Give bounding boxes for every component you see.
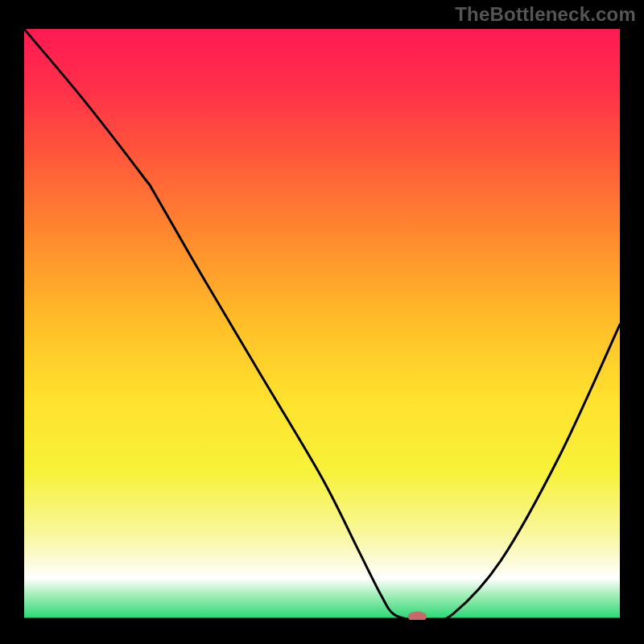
plot-area: [24, 29, 620, 620]
chart-frame: TheBottleneck.com: [0, 0, 644, 644]
watermark-text: TheBottleneck.com: [455, 3, 636, 26]
heat-background: [24, 29, 620, 620]
bottleneck-chart-svg: [24, 29, 620, 620]
